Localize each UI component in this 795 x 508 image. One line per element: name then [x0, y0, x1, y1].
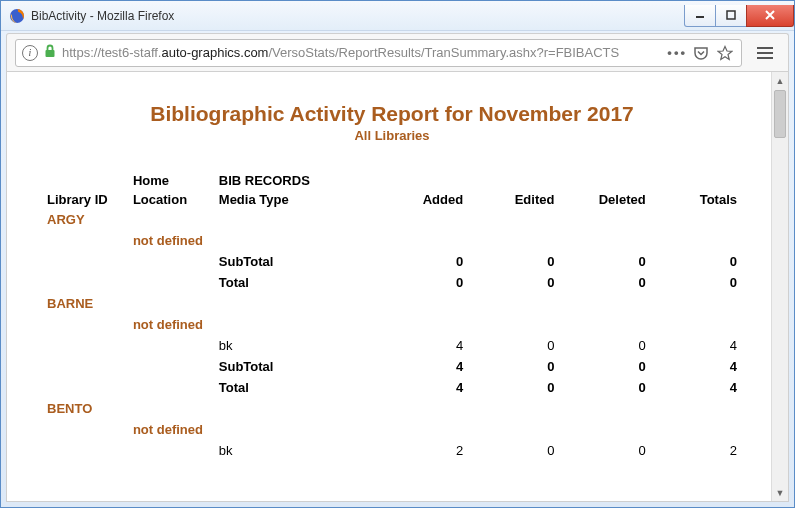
deleted-cell: 0	[558, 335, 649, 356]
browser-toolbar: i https://test6-staff.auto-graphics.com/…	[6, 33, 789, 71]
vertical-scrollbar[interactable]: ▲ ▼	[771, 72, 788, 501]
media-cell: bk	[215, 335, 376, 356]
firefox-icon	[9, 8, 25, 24]
bookmark-star-icon[interactable]	[717, 45, 735, 61]
window-title: BibActivity - Mozilla Firefox	[31, 9, 174, 23]
home-location-cell: not defined	[129, 314, 215, 335]
media-cell: bk	[215, 440, 376, 461]
svg-rect-2	[727, 11, 735, 19]
browser-window: BibActivity - Mozilla Firefox i https://…	[0, 0, 795, 508]
report-table: Library ID Home BIB RECORDS Location Med…	[43, 171, 741, 461]
window-controls	[684, 5, 794, 27]
totals-cell: 4	[650, 335, 741, 356]
library-id-cell: BENTO	[43, 398, 129, 419]
edited-cell: 0	[467, 440, 558, 461]
url-text: https://test6-staff.auto-graphics.com/Ve…	[62, 45, 619, 60]
total-row: Total0000	[43, 272, 741, 293]
page-content: Bibliographic Activity Report for Novemb…	[7, 72, 771, 501]
pocket-icon[interactable]	[693, 45, 711, 61]
url-host-prefix: test6-staff.	[101, 45, 161, 60]
library-id-cell: BARNE	[43, 293, 129, 314]
subtotal-row: SubTotal4004	[43, 356, 741, 377]
col-totals: Totals	[650, 190, 741, 209]
total-row: Total4004	[43, 377, 741, 398]
col-home-l2: Location	[129, 190, 215, 209]
svg-rect-1	[696, 16, 704, 18]
edited-cell: 0	[467, 335, 558, 356]
report-subtitle: All Libraries	[43, 128, 741, 143]
col-home-l1: Home	[129, 171, 215, 190]
totals-cell: 2	[650, 440, 741, 461]
page-viewport: Bibliographic Activity Report for Novemb…	[6, 71, 789, 502]
data-row: bk4004	[43, 335, 741, 356]
url-host: auto-graphics.com	[162, 45, 269, 60]
deleted-cell: 0	[558, 440, 649, 461]
scroll-down-arrow[interactable]: ▼	[772, 484, 788, 501]
window-maximize-button[interactable]	[715, 5, 747, 27]
col-bib-header: BIB RECORDS	[215, 171, 376, 190]
site-info-icon[interactable]: i	[22, 45, 38, 61]
home-location-cell: not defined	[129, 230, 215, 251]
col-media-type: Media Type	[215, 190, 376, 209]
lock-icon	[44, 44, 56, 61]
added-cell: 4	[376, 335, 467, 356]
window-titlebar: BibActivity - Mozilla Firefox	[1, 1, 794, 31]
page-actions-icon[interactable]: •••	[661, 45, 687, 60]
library-id-cell: ARGY	[43, 209, 129, 230]
url-path: /VersoStats/ReportResults/TranSummary.as…	[268, 45, 619, 60]
scroll-up-arrow[interactable]: ▲	[772, 72, 788, 89]
subtotal-row: SubTotal0000	[43, 251, 741, 272]
added-cell: 2	[376, 440, 467, 461]
report-title: Bibliographic Activity Report for Novemb…	[43, 102, 741, 126]
home-location-cell: not defined	[129, 419, 215, 440]
col-library-id: Library ID	[43, 171, 129, 209]
col-deleted: Deleted	[558, 190, 649, 209]
scroll-thumb[interactable]	[774, 90, 786, 138]
col-edited: Edited	[467, 190, 558, 209]
svg-rect-3	[46, 50, 55, 57]
data-row: bk2002	[43, 440, 741, 461]
url-scheme: https://	[62, 45, 101, 60]
url-bar[interactable]: i https://test6-staff.auto-graphics.com/…	[15, 39, 742, 67]
menu-button[interactable]	[750, 39, 780, 67]
window-minimize-button[interactable]	[684, 5, 716, 27]
col-added: Added	[376, 190, 467, 209]
window-close-button[interactable]	[746, 5, 794, 27]
